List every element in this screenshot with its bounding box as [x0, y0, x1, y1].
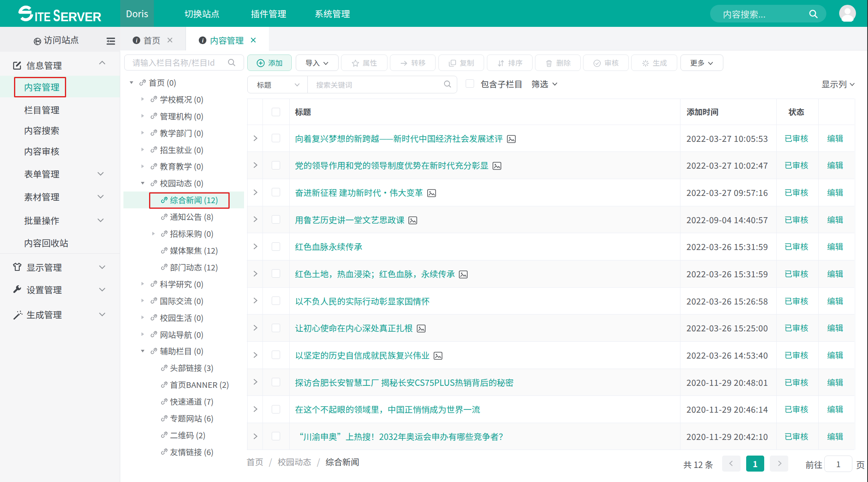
svg-text:i: i: [136, 38, 137, 44]
svg-text:ERVER: ERVER: [61, 10, 101, 24]
svg-text:S: S: [53, 6, 61, 25]
svg-text:ITE: ITE: [35, 10, 51, 24]
svg-text:i: i: [202, 38, 204, 44]
